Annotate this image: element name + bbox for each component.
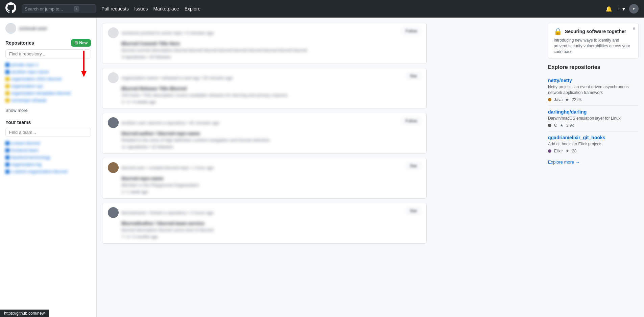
repo-list: private-repo-1 another-repo-name organiz… <box>5 61 91 104</box>
security-card-header: 🔒 Securing software together <box>554 27 633 35</box>
feed-meta: another-user starred a repository • 45 m… <box>121 120 219 125</box>
feed-meta: blurredname • forked a repository • 2 ho… <box>121 210 214 215</box>
user-avatar-menu[interactable]: ▾ <box>629 4 639 14</box>
feed-title: blurred-author / blurred-repo-name <box>121 131 421 136</box>
team-link[interactable]: frontend-team <box>5 148 91 153</box>
explore-repo-name[interactable]: qgadrian/elixir_git_hooks <box>548 135 639 140</box>
list-item: frontend-team <box>5 147 91 154</box>
avatar <box>5 23 16 34</box>
feed-stats: 11 repositories • 22 followers <box>121 145 421 149</box>
new-repo-button[interactable]: ⊞ New <box>71 39 91 47</box>
feed-stats: 1 • 1 week ago <box>121 190 421 194</box>
repo-icon <box>5 63 9 67</box>
repo-icon <box>5 98 9 102</box>
explore-repo-desc: Darwin/macOS emulation layer for Linux <box>548 116 639 121</box>
repo-link[interactable]: another-repo-name <box>5 69 91 74</box>
feed-action-button[interactable]: Follow <box>402 27 421 35</box>
notifications-button[interactable]: 🔔 <box>605 6 612 12</box>
star-icon: ★ <box>560 123 564 128</box>
find-team-input[interactable] <box>5 128 91 137</box>
repo-link[interactable]: private-repo-1 <box>5 62 91 67</box>
language-label: C <box>554 123 557 128</box>
sidebar-username: octocat-user <box>19 26 47 31</box>
feed-body: blurred-author / blurred-repo-name Relat… <box>121 131 421 149</box>
feed-description: Member in the Playground Organization <box>121 182 421 188</box>
explore-repo-desc: Add git hooks to Elixir projects <box>548 141 639 147</box>
explore-repo-meta: Elixir ★ 28 <box>548 149 639 153</box>
repo-link[interactable]: organization-templates-blurred <box>5 91 91 96</box>
feed-body: Blurred Commit Title Here blurred commit… <box>121 41 421 59</box>
your-teams-header: Your teams <box>5 120 91 125</box>
feed-action-button[interactable]: Star <box>406 207 421 215</box>
security-card-description: Introducing new ways to identify and pre… <box>554 38 633 54</box>
feed-action-button[interactable]: Star <box>406 162 421 170</box>
team-name: a-team-blurred <box>11 141 40 146</box>
explore-repo-item: qgadrian/elixir_git_hooks Add git hooks … <box>548 131 639 157</box>
team-link[interactable]: backend-technology <box>5 155 91 160</box>
search-bar[interactable]: / <box>22 4 96 13</box>
team-icon <box>5 163 9 167</box>
list-item: organization-bg <box>5 161 91 168</box>
show-more-repos-button[interactable]: Show more <box>5 106 28 114</box>
explore-repo-name[interactable]: darlinghq/darling <box>548 109 639 115</box>
feed-action-button[interactable]: Star <box>406 72 421 80</box>
list-item: another-repo-name <box>5 68 91 75</box>
bell-icon: 🔔 <box>605 6 612 12</box>
list-item: z-admin-organization-blurred <box>5 168 91 175</box>
nav-explore[interactable]: Explore <box>185 6 200 11</box>
github-logo-icon[interactable] <box>5 2 16 15</box>
feed-avatar <box>108 207 119 218</box>
nav-marketplace[interactable]: Marketplace <box>153 6 179 11</box>
new-menu-button[interactable]: ＋ ▾ <box>616 5 625 13</box>
repo-name: organization-xyz <box>11 83 43 89</box>
list-item: a-team-blurred <box>5 140 91 147</box>
team-link[interactable]: organization-bg <box>5 162 91 167</box>
star-icon: ★ <box>566 149 569 153</box>
repo-icon <box>5 70 9 74</box>
new-repo-icon: ⊞ <box>74 41 78 45</box>
explore-repo-desc: Netty project - an event-driven asynchro… <box>548 84 639 96</box>
feed-item: organization-name • released a new tag •… <box>102 68 427 109</box>
repo-link[interactable]: somerepo-whaaat <box>5 98 91 103</box>
your-teams-label: Your teams <box>5 120 31 125</box>
new-repo-label: New <box>79 41 88 45</box>
feed-meta: someone pushed to some-repo • 5 minutes … <box>121 30 214 35</box>
star-count: 3.9k <box>566 123 574 128</box>
team-icon <box>5 170 9 174</box>
nav-pull-requests[interactable]: Pull requests <box>101 6 129 11</box>
feed-item: someone pushed to some-repo • 5 minutes … <box>102 23 427 64</box>
repo-name: somerepo-whaaat <box>11 98 46 103</box>
security-lock-icon: 🔒 <box>554 27 562 35</box>
repo-name: organization-templates-blurred <box>11 91 71 96</box>
feed-stats: 1 • 1 • 4 weeks ago <box>121 100 421 104</box>
explore-repo-meta: Java ★ 22.9k <box>548 97 639 102</box>
feed-title: Blurred Commit Title Here <box>121 41 421 46</box>
team-icon <box>5 155 9 160</box>
team-link[interactable]: z-admin-organization-blurred <box>5 169 91 174</box>
navbar-nav: Pull requests Issues Marketplace Explore <box>101 6 600 11</box>
feed-action-button[interactable]: Follow <box>402 117 421 125</box>
team-link[interactable]: a-team-blurred <box>5 141 91 146</box>
explore-more-link[interactable]: Explore more → <box>548 160 580 165</box>
explore-repo-name[interactable]: netty/netty <box>548 78 639 83</box>
security-card: × 🔒 Securing software together Introduci… <box>548 23 639 59</box>
list-item: backend-technology <box>5 154 91 161</box>
caret-icon: ▾ <box>622 6 625 12</box>
search-input[interactable] <box>25 6 72 11</box>
feed-title: BlurredAuthor / blurred-team-service <box>121 221 421 226</box>
repo-link[interactable]: organization-xyz <box>5 83 91 89</box>
repo-link[interactable]: organization-2021-blurred <box>5 76 91 81</box>
language-dot-icon <box>548 124 551 127</box>
feed-meta: organization-name • released a new tag •… <box>121 75 233 80</box>
find-repo-input[interactable] <box>5 49 91 58</box>
star-count: 28 <box>572 149 576 153</box>
language-dot-icon <box>548 98 551 101</box>
explore-repos-title: Explore repositories <box>548 64 639 70</box>
feed-body: Blurred Release Title Blurred 234 forks … <box>121 86 421 104</box>
feed-meta: blurred-user • created blurred-repo • 1 … <box>121 165 214 170</box>
list-item: somerepo-whaaat <box>5 97 91 104</box>
list-item: organization-xyz <box>5 82 91 90</box>
security-card-close-button[interactable]: × <box>633 26 636 31</box>
search-kbd-hint: / <box>74 6 79 11</box>
nav-issues[interactable]: Issues <box>134 6 148 11</box>
